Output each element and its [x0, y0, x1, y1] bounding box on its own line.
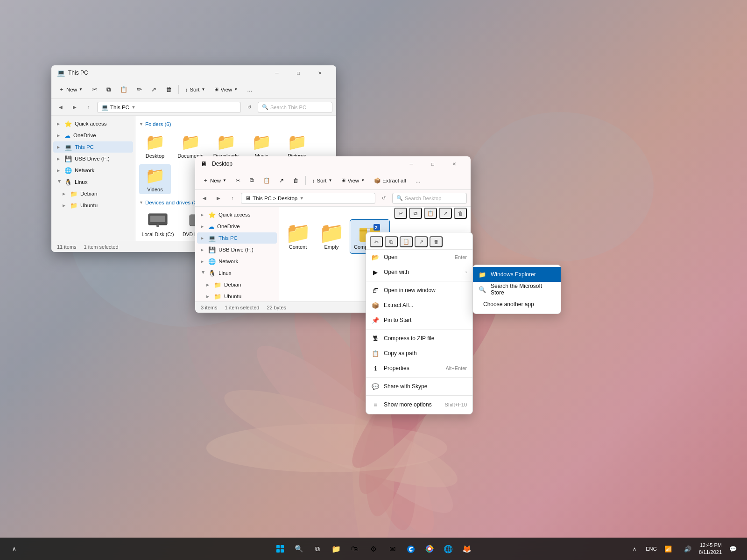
forward-button2[interactable]: ▶	[213, 193, 224, 204]
share-button[interactable]: ↗	[148, 83, 160, 96]
submenu-windows-explorer[interactable]: 📁 Windows Explorer	[473, 267, 561, 282]
ctx-copy-path[interactable]: 📋 Copy as path	[366, 346, 472, 361]
submenu-ms-store[interactable]: 🔍 Search the Microsoft Store	[473, 282, 561, 297]
sidebar2-network[interactable]: ▶ 🌐 Network	[197, 256, 277, 267]
taskbar-volume[interactable]: 🔊	[679, 540, 696, 557]
taskbar-edge[interactable]	[402, 540, 419, 557]
sidebar2-debian[interactable]: ▶ 📁 Debian	[197, 279, 277, 290]
folder-desktop[interactable]: 📁 Desktop	[139, 131, 171, 161]
extract-button[interactable]: 📦 Extract all	[370, 174, 410, 187]
sidebar2-this-pc[interactable]: ▶ 💻 This PC	[197, 232, 277, 244]
sel-cut[interactable]: ✂	[394, 208, 407, 219]
ctx-copy[interactable]: ⧉	[385, 236, 398, 247]
ctx-cut[interactable]: ✂	[370, 236, 383, 247]
sidebar2-usb[interactable]: ▶ 💾 USB Drive (F:)	[197, 244, 277, 255]
more-button2[interactable]: …	[412, 174, 425, 187]
window1-minimize[interactable]: ─	[266, 65, 288, 80]
window2-maximize[interactable]: □	[422, 156, 444, 171]
ctx-delete[interactable]: 🗑	[430, 236, 443, 247]
sidebar-quick-access[interactable]: ▶ ⭐ Quick access	[53, 118, 133, 129]
ctx-more-options[interactable]: ≡ Show more options Shift+F10	[366, 397, 472, 412]
taskbar-settings[interactable]: ⚙	[365, 540, 382, 557]
sel-delete[interactable]: 🗑	[454, 208, 467, 219]
ctx-paste[interactable]: 📋	[400, 236, 413, 247]
sidebar2-ubuntu[interactable]: ▶ 📁 Ubuntu	[197, 291, 277, 301]
folder-content[interactable]: 📁 Content	[283, 220, 313, 253]
search-box[interactable]: 🔍 Search This PC	[258, 102, 332, 113]
sel-paste[interactable]: 📋	[424, 208, 437, 219]
sidebar-network[interactable]: ▶ 🌐 Network	[53, 165, 133, 176]
cut-button2[interactable]: ✂	[232, 174, 244, 187]
sel-share[interactable]: ↗	[439, 208, 452, 219]
sidebar-this-pc[interactable]: ▶ 💻 This PC	[53, 141, 133, 153]
back-button[interactable]: ◀	[55, 102, 66, 113]
ctx-pin-start[interactable]: 📌 Pin to Start	[366, 313, 472, 328]
share-button2[interactable]: ↗	[275, 174, 288, 187]
drive-c[interactable]: Local Disk (C:)	[139, 209, 176, 239]
forward-button[interactable]: ▶	[69, 102, 80, 113]
view-button2[interactable]: ⊞ View ▼	[338, 174, 368, 187]
sidebar2-quick-access[interactable]: ▶ ⭐ Quick access	[197, 209, 277, 220]
window1-close[interactable]: ✕	[309, 65, 331, 80]
ctx-properties[interactable]: ℹ Properties Alt+Enter	[366, 361, 472, 376]
folder-videos[interactable]: 📁 Videos	[139, 164, 171, 194]
delete-button[interactable]: 🗑	[162, 83, 176, 96]
paste-button2[interactable]: 📋	[260, 174, 274, 187]
sidebar-usb-drive[interactable]: ▶ 💾 USB Drive (F:)	[53, 153, 133, 164]
sort-button2[interactable]: ↕ Sort ▼	[309, 174, 336, 187]
ctx-open[interactable]: 📂 Open Enter	[366, 250, 472, 265]
window1-maximize[interactable]: □	[288, 65, 309, 80]
folder-empty[interactable]: 📁 Empty	[317, 220, 346, 253]
taskbar-store[interactable]: 🛍	[346, 540, 363, 557]
back-button2[interactable]: ◀	[199, 193, 210, 204]
paste-button[interactable]: 📋	[116, 83, 131, 96]
sidebar2-onedrive[interactable]: ▶ ☁ OneDrive	[197, 221, 277, 232]
rename-button[interactable]: ✏	[133, 83, 146, 96]
more-button[interactable]: …	[243, 83, 256, 96]
sidebar-linux[interactable]: ▶ 🐧 Linux	[53, 176, 133, 188]
ctx-share-btn[interactable]: ↗	[415, 236, 428, 247]
delete-button2[interactable]: 🗑	[289, 174, 303, 187]
taskbar-browser2[interactable]: 🌐	[440, 540, 457, 557]
taskbar-file-explorer[interactable]: 📁	[328, 540, 345, 557]
ctx-open-with[interactable]: ▶ Open with › 📁 Windows Explorer 🔍 Searc…	[366, 265, 472, 280]
taskbar-chevron-up[interactable]: ∧	[626, 540, 643, 557]
address-path[interactable]: 💻 This PC ▼	[97, 102, 241, 113]
ctx-share-skype[interactable]: 💬 Share with Skype	[366, 379, 472, 394]
new-button[interactable]: ＋ New ▼	[55, 83, 86, 96]
taskbar-system-tray-left[interactable]: ∧	[6, 540, 22, 557]
taskbar-wifi[interactable]: 📶	[660, 540, 677, 557]
sel-copy[interactable]: ⧉	[409, 208, 422, 219]
address-path2[interactable]: 🖥 This PC > Desktop ▼	[241, 193, 375, 204]
taskbar-start[interactable]	[272, 540, 289, 557]
up-button[interactable]: ↑	[83, 102, 94, 113]
taskbar-clock[interactable]: 12:45 PM 8/11/2021	[699, 542, 722, 556]
taskbar-notifications[interactable]: 💬	[725, 540, 741, 557]
submenu-choose-app[interactable]: Choose another app	[473, 297, 561, 312]
taskbar-chrome[interactable]	[421, 540, 438, 557]
taskbar-lang[interactable]: ENG	[646, 546, 657, 552]
taskbar-search[interactable]: 🔍	[290, 540, 307, 557]
window2-close[interactable]: ✕	[444, 156, 465, 171]
search-box2[interactable]: 🔍 Search Desktop	[392, 193, 467, 204]
ctx-extract[interactable]: 📦 Extract All...	[366, 298, 472, 313]
refresh-button[interactable]: ↺	[244, 102, 255, 113]
new-button2[interactable]: ＋ New ▼	[199, 174, 230, 187]
cut-button[interactable]: ✂	[88, 83, 101, 96]
copy-button[interactable]: ⧉	[103, 83, 114, 96]
folders-header[interactable]: ▼ Folders (6)	[139, 121, 332, 127]
sidebar-onedrive[interactable]: ▶ ☁ OneDrive	[53, 130, 133, 141]
refresh-button2[interactable]: ↺	[378, 193, 389, 204]
sidebar-ubuntu[interactable]: ▶ 📁 Ubuntu	[53, 200, 133, 211]
window2-minimize[interactable]: ─	[401, 156, 422, 171]
taskbar-task-view[interactable]: ⧉	[309, 540, 326, 557]
ctx-compress-zip[interactable]: 🗜 Compress to ZIP file	[366, 331, 472, 346]
taskbar-firefox[interactable]: 🦊	[458, 540, 475, 557]
copy-button2[interactable]: ⧉	[246, 174, 258, 187]
sidebar2-linux[interactable]: ▶ 🐧 Linux	[197, 267, 277, 279]
sort-button[interactable]: ↕ Sort ▼	[182, 83, 209, 96]
sidebar-debian[interactable]: ▶ 📁 Debian	[53, 188, 133, 199]
view-button[interactable]: ⊞ View ▼	[211, 83, 241, 96]
up-button2[interactable]: ↑	[227, 193, 238, 204]
ctx-new-window[interactable]: 🗗 Open in new window	[366, 283, 472, 298]
